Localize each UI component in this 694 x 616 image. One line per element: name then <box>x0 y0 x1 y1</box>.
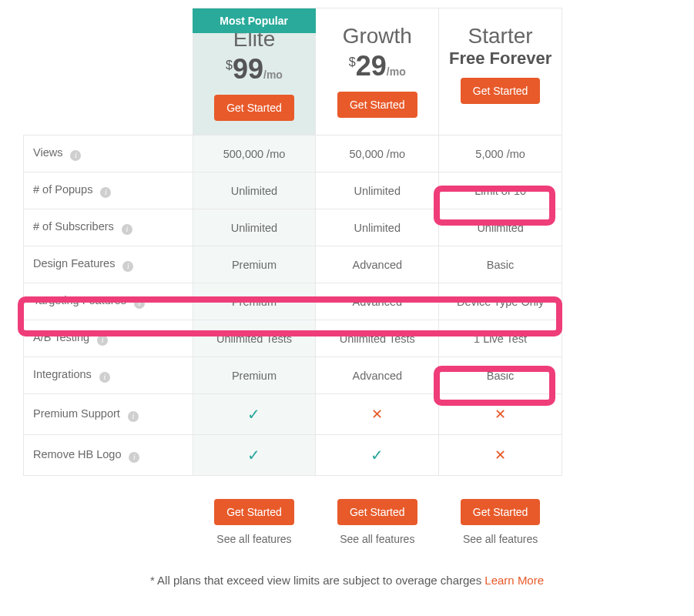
info-icon[interactable]: i <box>128 411 139 422</box>
feature-value-starter: Device Type Only <box>439 283 562 320</box>
feature-value-elite: 500,000 /mo <box>193 136 316 172</box>
check-icon: ✓ <box>247 406 260 423</box>
cross-icon: ✕ <box>495 407 506 422</box>
check-icon: ✓ <box>247 447 260 464</box>
feature-row: Premium Support i✓✕✕ <box>24 394 562 435</box>
feature-value-growth: Unlimited Tests <box>316 320 439 357</box>
feature-label: A/B Testing i <box>24 320 193 357</box>
feature-value-starter: ✕ <box>439 394 562 435</box>
feature-value-growth: Unlimited <box>316 172 439 209</box>
plan-footer-starter: Get Started See all features <box>439 476 562 547</box>
plan-header-growth: Growth $29/mo Get Started <box>316 8 439 136</box>
plan-header-elite: Most Popular Elite $99/mo Get Started <box>193 8 316 136</box>
learn-more-link[interactable]: Learn More <box>484 574 544 587</box>
info-icon[interactable]: i <box>134 298 145 309</box>
feature-value-starter: Unlimited <box>439 209 562 246</box>
feature-label: Views i <box>24 136 193 172</box>
feature-label: Design Features i <box>24 246 193 283</box>
feature-value-starter: 5,000 /mo <box>439 136 562 172</box>
feature-row: # of Popups iUnlimitedUnlimitedLimit of … <box>24 172 562 209</box>
feature-label: # of Popups i <box>24 172 193 209</box>
info-icon[interactable]: i <box>70 150 81 161</box>
cross-icon: ✕ <box>495 447 506 463</box>
feature-row: Views i500,000 /mo50,000 /mo5,000 /mo <box>24 136 562 172</box>
info-icon[interactable]: i <box>129 452 139 463</box>
plan-price: $99/mo <box>201 53 308 85</box>
plan-price: $29/mo <box>324 50 431 82</box>
feature-value-elite: ✓ <box>193 394 316 435</box>
feature-value-starter: 1 Live Test <box>439 320 562 357</box>
plan-name: Starter <box>447 24 554 49</box>
feature-value-starter: Limit of 10 <box>439 172 562 209</box>
feature-label: Remove HB Logo i <box>24 435 193 476</box>
feature-label: # of Subscribers i <box>24 209 193 246</box>
feature-value-growth: Advanced <box>316 283 439 320</box>
feature-value-growth: Advanced <box>316 246 439 283</box>
feature-value-elite: ✓ <box>193 435 316 476</box>
check-icon: ✓ <box>370 447 384 464</box>
get-started-button[interactable]: Get Started <box>337 92 417 118</box>
feature-row: Targeting Features iPremiumAdvancedDevic… <box>24 283 562 320</box>
get-started-button[interactable]: Get Started <box>214 95 294 121</box>
feature-row: Remove HB Logo i✓✓✕ <box>24 435 562 476</box>
feature-value-starter: Basic <box>439 357 562 394</box>
overage-disclaimer: * All plans that exceed view limits are … <box>0 574 694 587</box>
feature-value-elite: Unlimited <box>193 172 316 209</box>
feature-row: Integrations iPremiumAdvancedBasic <box>24 357 562 394</box>
get-started-button[interactable]: Get Started <box>461 78 541 104</box>
feature-label: Targeting Features i <box>24 283 193 320</box>
feature-value-elite: Unlimited <box>193 209 316 246</box>
plan-subtitle: Free Forever <box>447 49 554 69</box>
feature-value-growth: ✓ <box>316 435 439 476</box>
feature-value-growth: ✕ <box>316 394 439 435</box>
info-icon[interactable]: i <box>99 372 110 383</box>
feature-label: Integrations i <box>24 357 193 394</box>
pricing-table: Most Popular Elite $99/mo Get Started Gr… <box>0 0 694 587</box>
feature-value-starter: ✕ <box>439 435 562 476</box>
feature-value-elite: Premium <box>193 357 316 394</box>
most-popular-badge: Most Popular <box>193 8 316 33</box>
get-started-button[interactable]: Get Started <box>214 499 294 525</box>
feature-row: # of Subscribers iUnlimitedUnlimitedUnli… <box>24 209 562 246</box>
feature-value-growth: 50,000 /mo <box>316 136 439 172</box>
plan-footer-elite: Get Started See all features <box>193 476 316 547</box>
plan-header-starter: Starter Free Forever Get Started <box>439 8 562 136</box>
feature-value-growth: Advanced <box>316 357 439 394</box>
info-icon[interactable]: i <box>122 224 132 235</box>
feature-value-growth: Unlimited <box>316 209 439 246</box>
feature-value-elite: Unlimited Tests <box>193 320 316 357</box>
info-icon[interactable]: i <box>97 335 108 346</box>
info-icon[interactable]: i <box>122 261 133 272</box>
feature-label: Premium Support i <box>24 394 193 435</box>
see-all-features-link[interactable]: See all features <box>317 533 438 545</box>
feature-value-starter: Basic <box>439 246 562 283</box>
feature-row: Design Features iPremiumAdvancedBasic <box>24 246 562 283</box>
feature-value-elite: Premium <box>193 283 316 320</box>
see-all-features-link[interactable]: See all features <box>193 533 315 545</box>
plan-footer-growth: Get Started See all features <box>316 476 439 547</box>
plan-name: Growth <box>324 24 431 49</box>
cross-icon: ✕ <box>371 407 383 422</box>
get-started-button[interactable]: Get Started <box>461 499 541 525</box>
feature-row: A/B Testing iUnlimited TestsUnlimited Te… <box>24 320 562 357</box>
get-started-button[interactable]: Get Started <box>337 499 417 525</box>
feature-value-elite: Premium <box>193 246 316 283</box>
info-icon[interactable]: i <box>100 187 111 198</box>
see-all-features-link[interactable]: See all features <box>440 533 562 545</box>
